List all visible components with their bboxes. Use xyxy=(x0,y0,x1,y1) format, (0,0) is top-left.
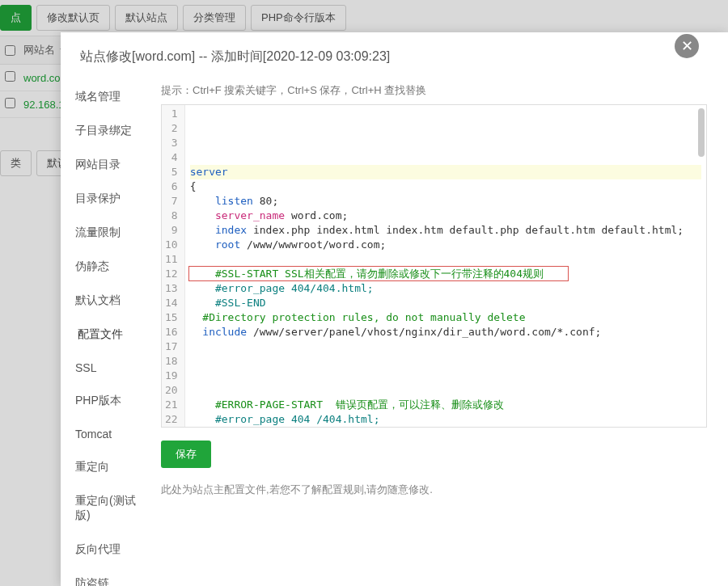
sidebar-item-1[interactable]: 子目录绑定 xyxy=(67,114,154,148)
sidebar-item-14[interactable]: 防盗链 xyxy=(67,567,154,586)
line-number: 7 xyxy=(165,194,178,209)
sidebar-item-0[interactable]: 域名管理 xyxy=(67,80,154,114)
code-line[interactable]: #Directory protection rules, do not manu… xyxy=(190,310,701,325)
line-number: 2 xyxy=(165,121,178,136)
code-line[interactable]: { xyxy=(190,179,701,194)
line-number: 21 xyxy=(165,398,178,412)
line-number: 18 xyxy=(165,354,178,369)
scrollbar-thumb[interactable] xyxy=(698,108,705,157)
line-number: 22 xyxy=(165,412,178,427)
editor-code[interactable]: server{ listen 80; server_name word.com;… xyxy=(185,105,706,427)
line-number: 10 xyxy=(165,238,178,252)
code-line[interactable]: server_name word.com; xyxy=(190,209,701,223)
code-line[interactable]: include /www/server/panel/vhost/nginx/di… xyxy=(190,325,701,339)
line-number: 6 xyxy=(165,179,178,194)
close-icon[interactable]: ✕ xyxy=(675,34,699,58)
code-line[interactable]: #SSL-END xyxy=(190,296,701,310)
code-line[interactable]: listen 80; xyxy=(190,194,701,209)
code-line[interactable] xyxy=(190,354,701,369)
line-number: 15 xyxy=(165,310,178,325)
sidebar-item-12[interactable]: 重定向(测试版) xyxy=(67,484,154,533)
line-number: 16 xyxy=(165,325,178,339)
site-edit-modal: 站点修改[word.com] -- 添加时间[2020-12-09 03:09:… xyxy=(61,32,728,586)
sidebar-item-10[interactable]: Tomcat xyxy=(67,418,154,450)
line-number: 12 xyxy=(165,267,178,281)
editor-hint: 提示：Ctrl+F 搜索关键字，Ctrl+S 保存，Ctrl+H 查找替换 xyxy=(161,83,707,98)
line-number: 13 xyxy=(165,281,178,296)
code-line[interactable] xyxy=(190,383,701,398)
line-number: 11 xyxy=(165,252,178,267)
line-number: 20 xyxy=(165,383,178,398)
sidebar-item-9[interactable]: PHP版本 xyxy=(67,384,154,418)
code-line[interactable] xyxy=(190,339,701,354)
line-number: 8 xyxy=(165,209,178,223)
sidebar-item-6[interactable]: 默认文档 xyxy=(67,284,154,318)
line-number: 3 xyxy=(165,136,178,150)
code-line[interactable]: index index.php index.html index.htm def… xyxy=(190,223,701,238)
code-line[interactable]: root /www/wwwroot/word.com; xyxy=(190,238,701,252)
line-number: 14 xyxy=(165,296,178,310)
line-number: 19 xyxy=(165,369,178,383)
sidebar-item-5[interactable]: 伪静态 xyxy=(67,250,154,284)
code-line[interactable]: #error_page 404 /404.html; xyxy=(190,412,701,427)
line-number: 9 xyxy=(165,223,178,238)
code-line[interactable]: #SSL-START SSL相关配置，请勿删除或修改下一行带注释的404规则 xyxy=(190,267,701,281)
sidebar-item-4[interactable]: 流量限制 xyxy=(67,216,154,250)
sidebar-item-13[interactable]: 反向代理 xyxy=(67,533,154,567)
code-line[interactable]: server xyxy=(190,165,701,179)
sidebar-item-8[interactable]: SSL xyxy=(67,352,154,384)
code-line[interactable] xyxy=(190,369,701,383)
modal-title: 站点修改[word.com] -- 添加时间[2020-12-09 03:09:… xyxy=(61,32,728,80)
sidebar-item-3[interactable]: 目录保护 xyxy=(67,182,154,216)
sidebar-item-7[interactable]: 配置文件 xyxy=(67,318,154,352)
line-number: 4 xyxy=(165,150,178,165)
editor-gutter: 12345678910111213141516171819202122 xyxy=(162,105,185,427)
line-number: 1 xyxy=(165,107,178,121)
modal-content: 提示：Ctrl+F 搜索关键字，Ctrl+S 保存，Ctrl+H 查找替换 12… xyxy=(154,80,728,586)
config-editor[interactable]: 12345678910111213141516171819202122 serv… xyxy=(161,104,707,428)
code-line[interactable] xyxy=(190,252,701,267)
sidebar-item-11[interactable]: 重定向 xyxy=(67,450,154,484)
close-glyph: ✕ xyxy=(681,37,693,55)
footer-note: 此处为站点主配置文件,若您不了解配置规则,请勿随意修改. xyxy=(161,483,707,497)
line-number: 17 xyxy=(165,339,178,354)
line-number: 5 xyxy=(165,165,178,179)
sidebar-item-2[interactable]: 网站目录 xyxy=(67,148,154,182)
code-line[interactable]: #error_page 404/404.html; xyxy=(190,281,701,296)
save-button[interactable]: 保存 xyxy=(161,441,211,468)
modal-sidebar: 域名管理子目录绑定网站目录目录保护流量限制伪静态默认文档配置文件SSLPHP版本… xyxy=(61,80,154,586)
code-line[interactable]: #ERROR-PAGE-START 错误页配置，可以注释、删除或修改 xyxy=(190,398,701,412)
